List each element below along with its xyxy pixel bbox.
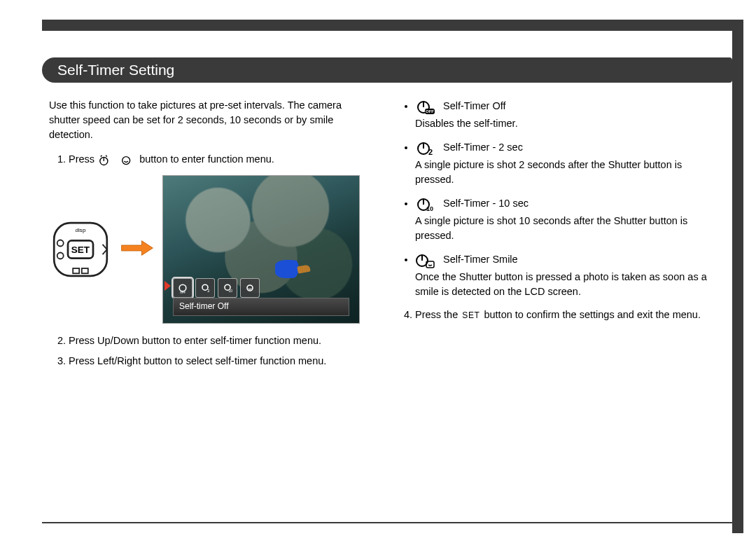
lcd-option-off-icon: OFF [173, 278, 192, 298]
option-2sec-desc: A single picture is shot 2 seconds after… [415, 158, 721, 187]
option-off-desc: Disables the self-timer. [415, 116, 721, 131]
right-column: OFF Self-Timer Off Disables the self-tim… [396, 98, 721, 494]
steps-list-continued: Press Up/Down button to enter self-timer… [49, 334, 374, 369]
option-off: OFF Self-Timer Off Disables the self-tim… [415, 98, 721, 131]
svg-text:2: 2 [428, 148, 433, 156]
set-label-text: SET [71, 245, 90, 255]
step-3: Press Left/Right button to select self-t… [69, 354, 374, 369]
option-smile-desc: Once the Shutter button is pressed a pho… [415, 270, 721, 299]
page-right-border [732, 20, 743, 533]
option-smile: Self-Timer Smile Once the Shutter button… [415, 252, 721, 299]
svg-text:10: 10 [229, 289, 233, 293]
step4-text-b: button to confirm the settings and exit … [484, 309, 701, 320]
intro-paragraph: Use this function to take pictures at pr… [49, 98, 374, 142]
step1-text-b: button to enter function menu. [139, 153, 274, 165]
option-off-icon: OFF [415, 98, 435, 115]
left-column: Use this function to take pictures at pr… [49, 98, 374, 494]
steps-list-4: Press the SET button to confirm the sett… [396, 308, 721, 322]
step-4: Press the SET button to confirm the sett… [415, 308, 721, 322]
lcd-option-label: Self-timer Off [173, 298, 349, 316]
option-smile-icon [415, 252, 435, 268]
page-number: 33 [720, 503, 732, 519]
svg-text:2: 2 [207, 289, 209, 293]
step-2: Press Up/Down button to enter self-timer… [69, 334, 374, 348]
svg-text:OFF: OFF [426, 109, 434, 114]
step4-text-a: Press the [415, 309, 461, 320]
svg-point-14 [247, 285, 253, 291]
lcd-selection-cursor-icon [164, 281, 171, 291]
timer-button-icon [99, 153, 114, 166]
lcd-bird-subject [275, 260, 306, 278]
page-bottom-border [42, 522, 743, 523]
option-10sec-icon: 10 [415, 195, 435, 212]
arrow-right-icon [120, 240, 154, 259]
option-2sec-icon: 2 [415, 139, 435, 156]
smile-button-icon [120, 153, 135, 166]
lcd-option-icons-row: OFF 2 10 [173, 278, 260, 298]
page-top-border [42, 20, 743, 31]
lcd-preview: OFF 2 10 Self-timer Off [162, 175, 360, 324]
option-10sec: 10 Self-Timer - 10 sec A single picture … [415, 195, 721, 243]
lcd-option-smile-icon [240, 278, 260, 298]
step1-text-a: Press [69, 153, 97, 165]
step-1: Press button to enter function menu. [69, 152, 374, 167]
steps-list: Press button to enter function menu. [49, 152, 374, 167]
option-10sec-title: Self-Timer - 10 sec [443, 198, 528, 209]
option-smile-title: Self-Timer Smile [443, 254, 518, 265]
set-inline-label: SET [461, 310, 481, 322]
heading-text: Self-Timer Setting [57, 60, 174, 81]
lcd-option-2sec-icon: 2 [195, 278, 215, 298]
svg-text:10: 10 [426, 205, 433, 212]
option-off-title: Self-Timer Off [443, 100, 505, 111]
lcd-option-10sec-icon: 10 [218, 278, 237, 298]
instruction-figure: SET disp [49, 175, 374, 324]
section-heading: Self-Timer Setting [42, 57, 732, 83]
option-10sec-desc: A single picture is shot 10 seconds afte… [415, 214, 721, 243]
svg-text:OFF: OFF [180, 291, 186, 294]
svg-point-1 [122, 157, 130, 165]
option-2sec-title: Self-Timer - 2 sec [443, 142, 523, 153]
dpad-set-button-icon: SET disp [49, 218, 112, 281]
options-list: OFF Self-Timer Off Disables the self-tim… [396, 98, 721, 299]
option-2sec: 2 Self-Timer - 2 sec A single picture is… [415, 139, 721, 187]
dpad-top-text: disp [76, 227, 86, 233]
